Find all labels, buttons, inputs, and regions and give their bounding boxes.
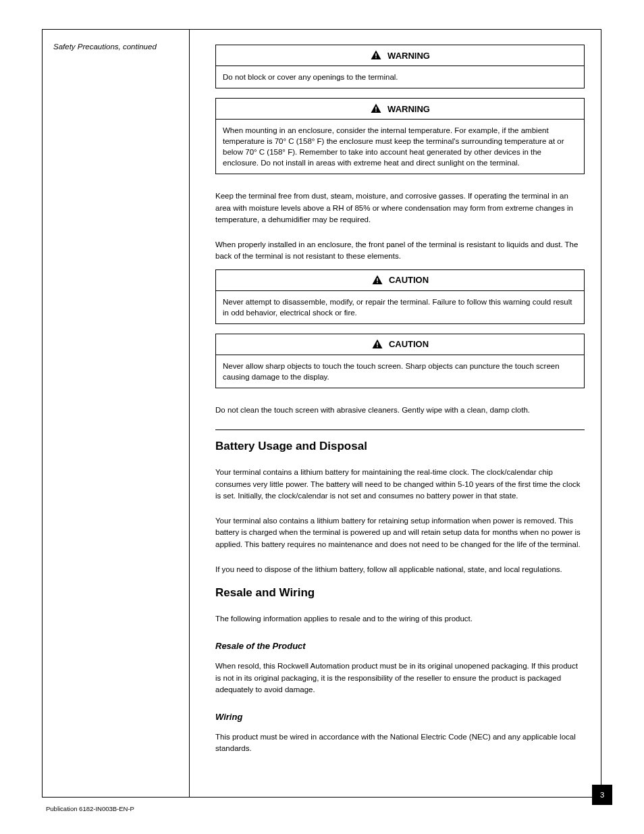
svg-rect-5 (377, 282, 378, 283)
warning-icon (371, 274, 383, 286)
callout-warning-2: WARNING When mounting in an enclosure, c… (215, 98, 585, 174)
warning-icon (371, 338, 383, 350)
svg-rect-3 (375, 111, 377, 112)
svg-rect-1 (375, 57, 377, 59)
svg-rect-7 (377, 346, 378, 348)
paragraph: The following information applies to res… (215, 613, 585, 625)
heading-resale: Resale and Wiring (215, 586, 585, 600)
warning-icon (370, 103, 382, 115)
paragraph: Keep the terminal free from dust, steam,… (215, 190, 585, 226)
footer-publication: Publication 6182-IN003B-EN-P (46, 805, 134, 812)
warning-icon (370, 49, 382, 61)
callout-body: Never allow sharp objects to touch the t… (216, 355, 584, 388)
callout-warning-1: WARNING Do not block or cover any openin… (215, 45, 585, 88)
main-column: WARNING Do not block or cover any openin… (190, 30, 601, 797)
subheading-wiring: Wiring (215, 712, 585, 722)
callout-caution-2: CAUTION Never allow sharp objects to tou… (215, 334, 585, 388)
section-divider (215, 429, 585, 430)
page-number-text: 3 (600, 791, 604, 799)
callout-body: When mounting in an enclosure, consider … (216, 120, 584, 174)
sidebar-kicker: Safety Precautions, continued (53, 42, 181, 53)
callout-body: Never attempt to disassemble, modify, or… (216, 291, 584, 323)
svg-rect-0 (375, 53, 377, 57)
callout-head: WARNING (216, 99, 584, 120)
heading-battery: Battery Usage and Disposal (215, 440, 585, 453)
callout-label: WARNING (387, 51, 430, 61)
callout-body: Do not block or cover any openings to th… (216, 66, 584, 88)
callout-head: CAUTION (216, 334, 584, 355)
callout-label: WARNING (387, 104, 430, 114)
callout-caution-1: CAUTION Never attempt to disassemble, mo… (215, 269, 585, 324)
callout-label: CAUTION (389, 275, 429, 285)
paragraph: Your terminal also contains a lithium ba… (215, 515, 585, 550)
callout-head: WARNING (216, 45, 584, 66)
paragraph: This product must be wired in accordance… (215, 731, 585, 755)
svg-rect-6 (377, 342, 378, 346)
paragraph: If you need to dispose of the lithium ba… (215, 564, 585, 575)
page-number-badge: 3 (592, 785, 612, 805)
page-frame: Safety Precautions, continued WARNING Do… (42, 29, 601, 798)
svg-rect-2 (375, 107, 377, 110)
paragraph: When resold, this Rockwell Automation pr… (215, 660, 585, 696)
callout-head: CAUTION (216, 270, 584, 291)
paragraph: Do not clean the touch screen with abras… (215, 405, 585, 416)
svg-rect-4 (377, 278, 378, 282)
callout-label: CAUTION (389, 339, 429, 349)
sidebar: Safety Precautions, continued (43, 30, 190, 797)
subheading-resale: Resale of the Product (215, 641, 585, 651)
paragraph: When properly installed in an enclosure,… (215, 239, 585, 263)
paragraph: Your terminal contains a lithium battery… (215, 467, 585, 502)
